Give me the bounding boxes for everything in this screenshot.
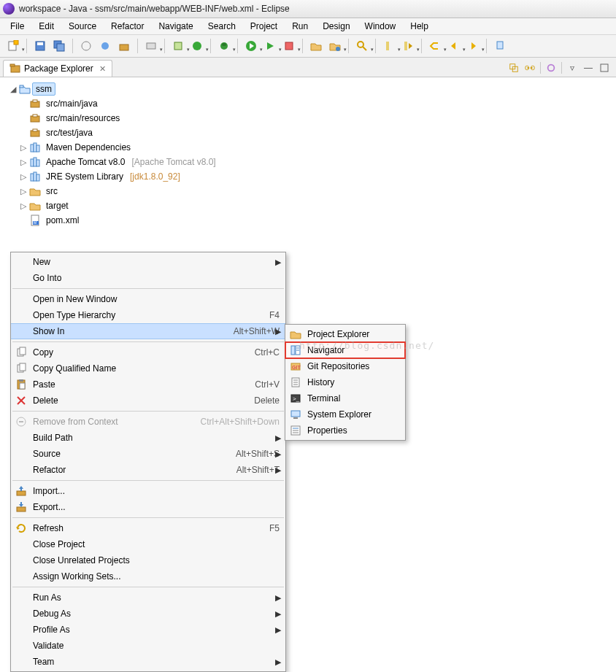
menu-item-close-project[interactable]: Close Project: [11, 536, 285, 552]
coverage-button[interactable]: ▾: [188, 37, 206, 55]
tree-item[interactable]: ▷ src: [6, 184, 616, 198]
run-button[interactable]: ▾: [242, 37, 260, 55]
run-last-button[interactable]: ▾: [261, 37, 279, 55]
prev-edit-button[interactable]: ▾: [426, 37, 444, 55]
menu-shortcut: Ctrl+Alt+Shift+Down: [201, 417, 280, 427]
menu-item-copy-qualified-name[interactable]: Copy Qualified Name: [11, 360, 285, 376]
submenu-item-project-explorer[interactable]: Project Explorer: [285, 326, 405, 342]
submenu-item-system-explorer[interactable]: System Explorer: [285, 406, 405, 422]
submenu-arrow-icon: ▶: [275, 449, 281, 459]
menu-item-show-in[interactable]: Show InAlt+Shift+W▶: [11, 323, 285, 339]
menu-item-build-path[interactable]: Build Path▶: [11, 430, 285, 446]
menu-label: Show In: [33, 326, 212, 336]
tree-item[interactable]: • src/test/java: [6, 125, 616, 140]
save-all-button[interactable]: [50, 37, 68, 55]
menu-item-copy[interactable]: CopyCtrl+C: [11, 344, 285, 360]
menu-navigate[interactable]: Navigate: [153, 20, 199, 33]
menu-window[interactable]: Window: [359, 20, 402, 33]
separator: [12, 517, 284, 518]
menu-run[interactable]: Run: [286, 20, 314, 33]
svg-point-7: [101, 42, 109, 50]
next-annotation-button[interactable]: ▾: [399, 37, 417, 55]
collapse-all-icon[interactable]: [507, 61, 521, 75]
view-tabbar: Package Explorer ✕ ▿ —: [0, 58, 616, 77]
tab-package-explorer[interactable]: Package Explorer ✕: [3, 60, 112, 77]
submenu-item-git-repositories[interactable]: GITGit Repositories: [285, 358, 405, 374]
menu-item-export[interactable]: Export...: [11, 499, 285, 515]
menu-item-open-type-hierarchy[interactable]: Open Type HierarchyF4: [11, 307, 285, 323]
menu-help[interactable]: Help: [404, 20, 434, 33]
menu-file[interactable]: File: [4, 20, 30, 33]
submenu-item-navigator[interactable]: Navigator: [285, 342, 405, 358]
tree-root[interactable]: ◢ ssm: [6, 82, 616, 96]
toggle-mark-button[interactable]: ▾: [380, 37, 398, 55]
submenu-item-properties[interactable]: Properties: [285, 422, 405, 439]
menu-item-profile-as[interactable]: Profile As▶: [11, 622, 285, 638]
menu-item-close-unrelated-projects[interactable]: Close Unrelated Projects: [11, 552, 285, 568]
svg-marker-24: [451, 42, 455, 50]
window-title: workspace - Java - ssm/src/main/webapp/W…: [19, 4, 290, 14]
menu-item-paste[interactable]: PasteCtrl+V: [11, 376, 285, 393]
minimize-view-icon[interactable]: —: [581, 61, 596, 75]
save-button[interactable]: [31, 37, 49, 55]
menu-shortcut: Ctrl+C: [255, 347, 280, 358]
skip-breakpoints-button[interactable]: [96, 37, 114, 55]
library-icon: [29, 171, 41, 182]
view-menu-icon[interactable]: ▿: [565, 61, 580, 75]
new-button[interactable]: ▾: [4, 37, 22, 55]
tree-item[interactable]: ▷ Apache Tomcat v8.0 [Apache Tomcat v8.0…: [6, 155, 616, 169]
new-server-button[interactable]: ▾: [142, 37, 160, 55]
focus-task-icon[interactable]: [544, 61, 558, 75]
search-button[interactable]: ▾: [353, 37, 371, 55]
back-button[interactable]: ▾: [445, 37, 463, 55]
submenu-item-terminal[interactable]: >_Terminal: [285, 390, 405, 406]
submenu-item-history[interactable]: History: [285, 374, 405, 390]
close-icon[interactable]: ✕: [99, 64, 106, 74]
link-editor-icon[interactable]: [523, 61, 537, 75]
open-project-button[interactable]: [307, 37, 325, 55]
menu-label: Open in New Window: [33, 294, 280, 304]
menu-label: Assign Working Sets...: [33, 571, 280, 582]
menu-item-refresh[interactable]: RefreshF5: [11, 520, 285, 536]
external-tools-button[interactable]: ▾: [280, 37, 298, 55]
tree-item[interactable]: • src/main/resources: [6, 111, 616, 125]
debug-button[interactable]: ▾: [215, 37, 233, 55]
menu-refactor[interactable]: Refactor: [105, 20, 150, 33]
maximize-view-icon[interactable]: [597, 61, 612, 75]
new-wizard-button[interactable]: ▾: [169, 37, 187, 55]
menu-item-refactor[interactable]: RefactorAlt+Shift+T▶: [11, 462, 285, 478]
pin-editor-button[interactable]: [491, 37, 509, 55]
tree-item[interactable]: • src/main/java: [6, 96, 616, 111]
blank-icon: [14, 272, 28, 284]
svg-rect-44: [36, 145, 39, 152]
menu-item-assign-working-sets[interactable]: Assign Working Sets...: [11, 568, 285, 584]
menu-item-open-in-new-window[interactable]: Open in New Window: [11, 291, 285, 307]
menu-item-delete[interactable]: DeleteDelete: [11, 393, 285, 409]
menu-item-go-into[interactable]: Go Into: [11, 270, 285, 286]
menu-project[interactable]: Project: [245, 20, 283, 33]
build-button[interactable]: [115, 37, 133, 55]
menu-source[interactable]: Source: [63, 20, 102, 33]
separator: [12, 288, 284, 289]
tree-item[interactable]: ▷ target: [6, 198, 616, 213]
menu-search[interactable]: Search: [202, 20, 242, 33]
menu-item-run-as[interactable]: Run As▶: [11, 590, 285, 606]
open-task-button[interactable]: [77, 37, 95, 55]
tree-item[interactable]: ▷ Maven Dependencies: [6, 140, 616, 155]
forward-button[interactable]: ▾: [464, 37, 482, 55]
tree-item[interactable]: • M pom.xml: [6, 213, 616, 228]
svg-rect-65: [17, 491, 26, 495]
menu-design[interactable]: Design: [317, 20, 355, 33]
menu-item-new[interactable]: New▶: [11, 254, 285, 270]
menu-item-debug-as[interactable]: Debug As▶: [11, 606, 285, 622]
svg-rect-3: [37, 42, 43, 45]
menu-item-source[interactable]: SourceAlt+Shift+S▶: [11, 446, 285, 462]
menu-item-team[interactable]: Team▶: [11, 654, 285, 670]
tree-label: ssm: [32, 82, 55, 96]
menu-edit[interactable]: Edit: [33, 20, 60, 33]
menu-item-import[interactable]: Import...: [11, 483, 285, 499]
tree-item[interactable]: ▷ JRE System Library [jdk1.8.0_92]: [6, 169, 616, 184]
svg-rect-28: [10, 64, 15, 66]
open-resource-button[interactable]: ▾: [326, 37, 344, 55]
menu-item-validate[interactable]: Validate: [11, 638, 285, 654]
